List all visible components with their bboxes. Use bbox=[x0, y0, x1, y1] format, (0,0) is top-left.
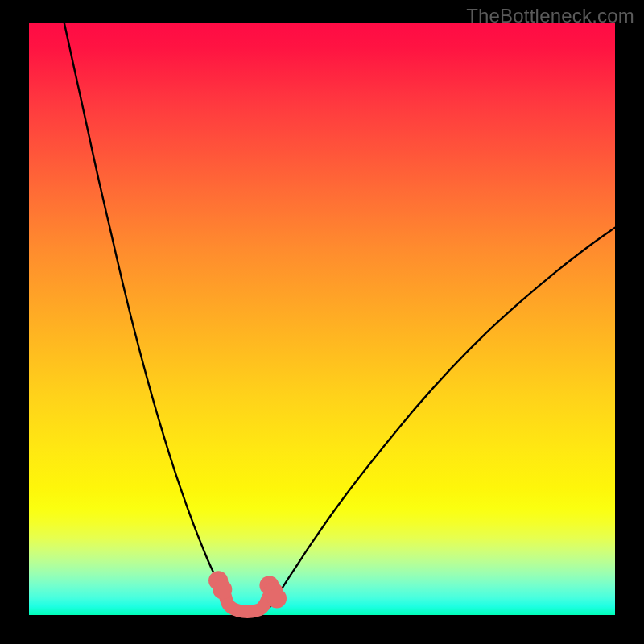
figure-frame: TheBottleneck.com bbox=[0, 0, 644, 644]
data-marker bbox=[267, 588, 287, 608]
curve-left-branch bbox=[64, 23, 227, 596]
u-marker-group bbox=[225, 596, 268, 612]
marker-group bbox=[208, 571, 287, 608]
plot-area bbox=[29, 23, 615, 615]
curve-right-branch bbox=[276, 228, 615, 597]
chart-svg bbox=[29, 23, 615, 615]
data-marker bbox=[213, 580, 232, 599]
bottom-u-stroke bbox=[225, 596, 268, 612]
curve-group bbox=[64, 23, 615, 613]
